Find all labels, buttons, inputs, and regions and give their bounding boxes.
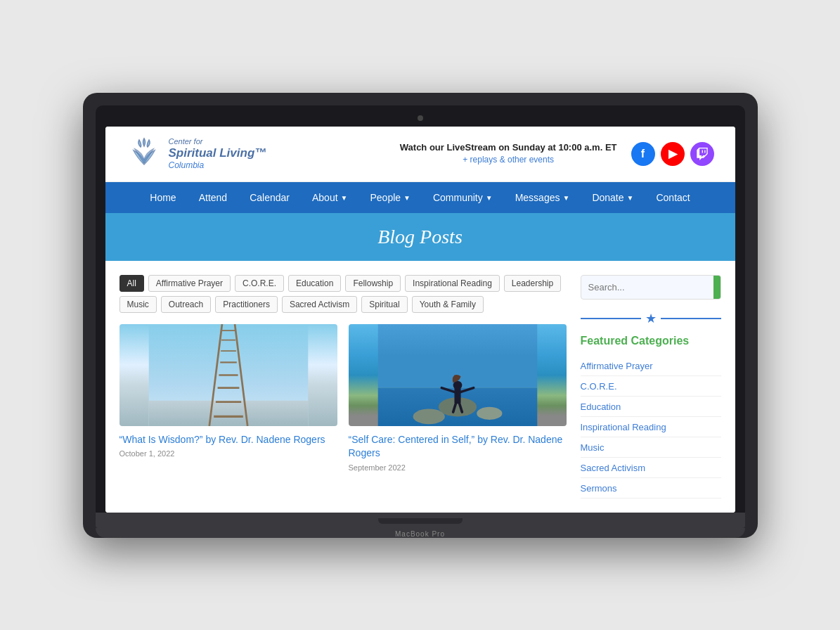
about-dropdown-arrow: ▼ bbox=[341, 194, 348, 202]
filter-tag-affirmative-prayer[interactable]: Affirmative Prayer bbox=[148, 275, 231, 292]
category-list: Affirmative Prayer C.O.R.E. Education In… bbox=[581, 356, 721, 499]
youtube-play: ▶ bbox=[668, 147, 677, 160]
svg-point-16 bbox=[477, 406, 502, 419]
svg-point-15 bbox=[413, 409, 444, 424]
filter-tag-sacred-activism[interactable]: Sacred Activism bbox=[282, 296, 357, 313]
laptop-bottom: MacBook Pro bbox=[96, 528, 745, 538]
filter-tag-education[interactable]: Education bbox=[288, 275, 341, 292]
messages-dropdown-arrow: ▼ bbox=[562, 194, 569, 202]
card-image-1 bbox=[119, 324, 337, 426]
nav-link-attend[interactable]: Attend bbox=[188, 182, 238, 213]
nav-contact-label: Contact bbox=[656, 192, 690, 203]
nav-link-home[interactable]: Home bbox=[138, 182, 187, 213]
livestream-title: Watch our LiveStream on Sunday at 10:00 … bbox=[400, 142, 617, 153]
nav-link-donate[interactable]: Donate ▼ bbox=[581, 182, 645, 213]
search-input[interactable] bbox=[581, 276, 713, 299]
category-link-inspirational-reading[interactable]: Inspirational Reading bbox=[581, 422, 666, 432]
filter-tag-fellowship[interactable]: Fellowship bbox=[345, 275, 401, 292]
category-item-affirmative-prayer: Affirmative Prayer bbox=[581, 356, 721, 376]
card-image-ocean bbox=[349, 324, 567, 426]
filter-tag-core[interactable]: C.O.R.E. bbox=[235, 275, 284, 292]
filter-tag-practitioners[interactable]: Practitioners bbox=[215, 296, 278, 313]
nav-link-contact[interactable]: Contact bbox=[645, 182, 701, 213]
svg-rect-1 bbox=[148, 400, 308, 425]
card-title-2: “Self Care: Centered in Self,” by Rev. D… bbox=[349, 433, 567, 461]
laptop-base bbox=[96, 513, 745, 528]
laptop-screen: Center for Spiritual Living™ Columbia Wa… bbox=[105, 127, 735, 513]
filter-tag-all[interactable]: All bbox=[119, 275, 144, 292]
main-content: All Affirmative Prayer C.O.R.E. Educatio… bbox=[105, 261, 735, 513]
filter-tag-leadership[interactable]: Leadership bbox=[504, 275, 561, 292]
filter-tag-spiritual[interactable]: Spiritual bbox=[361, 296, 407, 313]
nav-item-people: People ▼ bbox=[358, 182, 422, 213]
category-item-education: Education bbox=[581, 397, 721, 417]
card-title-1: “What Is Wisdom?” by Rev. Dr. Nadene Rog… bbox=[119, 433, 337, 447]
youtube-icon[interactable]: ▶ bbox=[661, 142, 685, 166]
card-date-1: October 1, 2022 bbox=[119, 449, 337, 458]
nav-donate-label: Donate bbox=[592, 192, 623, 203]
macbook-label: MacBook Pro bbox=[395, 530, 445, 538]
category-link-music[interactable]: Music bbox=[581, 442, 605, 453]
nav-list: Home Attend Calendar bbox=[105, 182, 735, 213]
nav-calendar-label: Calendar bbox=[250, 192, 290, 203]
category-link-core[interactable]: C.O.R.E. bbox=[581, 381, 617, 392]
category-item-inspirational-reading: Inspirational Reading bbox=[581, 417, 721, 437]
twitch-icon[interactable] bbox=[690, 142, 714, 166]
search-button[interactable] bbox=[713, 276, 721, 299]
card-date-2: September 2022 bbox=[349, 463, 567, 472]
page-title-banner: Blog Posts bbox=[105, 213, 735, 261]
blog-cards: “What Is Wisdom?” by Rev. Dr. Nadene Rog… bbox=[119, 324, 567, 472]
filter-tags: All Affirmative Prayer C.O.R.E. Educatio… bbox=[119, 275, 567, 313]
featured-categories-title: Featured Categories bbox=[581, 335, 721, 347]
filter-tag-outreach[interactable]: Outreach bbox=[161, 296, 211, 313]
screen-bezel: Center for Spiritual Living™ Columbia Wa… bbox=[96, 105, 745, 513]
laptop-notch bbox=[378, 518, 463, 524]
category-item-music: Music bbox=[581, 437, 721, 458]
nav-link-people[interactable]: People ▼ bbox=[358, 182, 422, 213]
category-item-sermons: Sermons bbox=[581, 478, 721, 499]
nav-item-about: About ▼ bbox=[301, 182, 359, 213]
category-link-education[interactable]: Education bbox=[581, 401, 621, 412]
sidebar: ★ Featured Categories Affirmative Prayer… bbox=[581, 275, 721, 499]
ladder-svg bbox=[119, 324, 337, 426]
facebook-letter: f bbox=[641, 148, 645, 160]
category-item-sacred-activism: Sacred Activism bbox=[581, 458, 721, 478]
nav-link-calendar[interactable]: Calendar bbox=[238, 182, 301, 213]
nav-messages-label: Messages bbox=[515, 192, 560, 203]
logo-area: Center for Spiritual Living™ Columbia bbox=[127, 136, 267, 172]
logo-columbia: Columbia bbox=[169, 160, 267, 170]
site-header: Center for Spiritual Living™ Columbia Wa… bbox=[105, 127, 735, 182]
nav-link-messages[interactable]: Messages ▼ bbox=[504, 182, 581, 213]
blog-card-1[interactable]: “What Is Wisdom?” by Rev. Dr. Nadene Rog… bbox=[119, 324, 337, 472]
blog-card-2[interactable]: “Self Care: Centered in Self,” by Rev. D… bbox=[349, 324, 567, 472]
logo-spiritual-living: Spiritual Living™ bbox=[169, 146, 267, 160]
category-link-sermons[interactable]: Sermons bbox=[581, 483, 617, 494]
donate-dropdown-arrow: ▼ bbox=[627, 194, 634, 202]
nav-link-community[interactable]: Community ▼ bbox=[422, 182, 504, 213]
logo-text: Center for Spiritual Living™ Columbia bbox=[169, 137, 267, 171]
filter-tag-inspirational-reading[interactable]: Inspirational Reading bbox=[405, 275, 500, 292]
nav-community-label: Community bbox=[433, 192, 483, 203]
category-link-affirmative-prayer[interactable]: Affirmative Prayer bbox=[581, 361, 653, 371]
twitch-svg bbox=[696, 148, 709, 160]
divider-line-left bbox=[581, 318, 641, 319]
facebook-icon[interactable]: f bbox=[631, 142, 655, 166]
header-right: Watch our LiveStream on Sunday at 10:00 … bbox=[400, 142, 714, 166]
category-item-core: C.O.R.E. bbox=[581, 376, 721, 397]
filter-tag-music[interactable]: Music bbox=[119, 296, 157, 313]
nav-item-home: Home bbox=[138, 182, 187, 213]
nav-item-donate: Donate ▼ bbox=[581, 182, 645, 213]
page-title: Blog Posts bbox=[118, 226, 723, 248]
livestream-link[interactable]: + replays & other events bbox=[463, 155, 554, 165]
nav-home-label: Home bbox=[150, 192, 176, 203]
social-icons: f ▶ bbox=[631, 142, 714, 166]
community-dropdown-arrow: ▼ bbox=[486, 194, 493, 202]
category-link-sacred-activism[interactable]: Sacred Activism bbox=[581, 463, 645, 473]
nav-link-about[interactable]: About ▼ bbox=[301, 182, 359, 213]
svg-point-18 bbox=[453, 380, 462, 390]
logo-center-for: Center for bbox=[169, 137, 267, 146]
sidebar-divider: ★ bbox=[581, 311, 721, 326]
filter-tag-youth-family[interactable]: Youth & Family bbox=[412, 296, 484, 313]
nav-item-calendar: Calendar bbox=[238, 182, 301, 213]
nav-attend-label: Attend bbox=[199, 192, 227, 203]
